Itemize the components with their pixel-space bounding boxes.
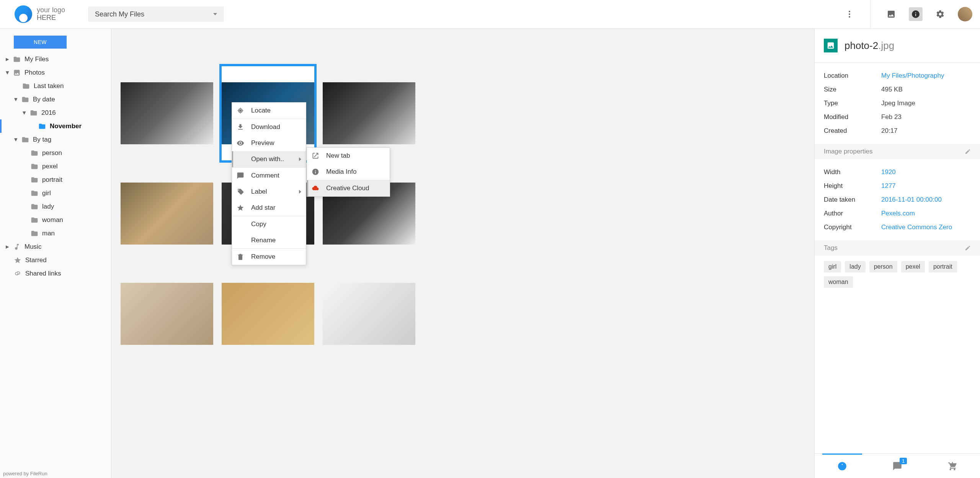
sidebar-item-tag-girl[interactable]: girl (0, 186, 111, 200)
folder-icon (31, 149, 38, 157)
tag-icon (237, 188, 244, 196)
submenu-creative-cloud[interactable]: Creative Cloud (307, 180, 390, 196)
section-tags[interactable]: Tags (815, 240, 980, 256)
tag-chip[interactable]: person (869, 261, 897, 272)
folder-icon (31, 203, 38, 210)
external-link-icon (312, 152, 319, 160)
sidebar-item-my-files[interactable]: ▸My Files (0, 52, 111, 66)
logo[interactable]: your logo HERE (15, 5, 65, 23)
menu-rename[interactable]: Rename (232, 232, 306, 248)
details-header: photo-2.jpg (815, 29, 980, 62)
details-basic: LocationMy Files/Photography Size495 KB … (815, 63, 980, 144)
menu-remove[interactable]: Remove (232, 249, 306, 265)
sidebar-item-tag-woman[interactable]: woman (0, 213, 111, 227)
folder-icon (31, 216, 38, 224)
avatar[interactable] (958, 7, 972, 21)
context-menu: Locate Download Preview Open with.. Comm… (232, 102, 306, 265)
submenu-new-tab[interactable]: New tab (307, 148, 390, 164)
menu-open-with[interactable]: Open with.. (232, 151, 306, 167)
folder-icon (22, 82, 30, 90)
file-grid: Locate Download Preview Open with.. Comm… (111, 29, 815, 478)
edit-icon[interactable] (965, 148, 971, 155)
sidebar-item-photos[interactable]: ▾Photos (0, 66, 111, 79)
folder-icon (21, 136, 29, 144)
music-icon (13, 243, 21, 251)
location-link[interactable]: My Files/Photography (881, 72, 944, 80)
chevron-down-icon[interactable] (213, 13, 217, 15)
sidebar-item-by-date[interactable]: ▾By date (0, 93, 111, 106)
new-button[interactable]: NEW (14, 36, 67, 49)
folder-icon (21, 96, 29, 103)
tags-list: girl lady person pexel portrait woman (815, 256, 980, 293)
details-panel: photo-2.jpg LocationMy Files/Photography… (815, 29, 980, 478)
sidebar: NEW ▸My Files ▾Photos Last taken ▾By dat… (0, 29, 111, 478)
tab-info[interactable] (815, 454, 870, 478)
menu-add-star[interactable]: Add star (232, 200, 306, 216)
image-icon (826, 41, 835, 50)
search-placeholder: Search My Files (95, 10, 144, 18)
image-icon (13, 69, 21, 77)
tag-chip[interactable]: girl (824, 261, 841, 272)
thumbnail[interactable] (121, 183, 213, 245)
thumbnail[interactable] (323, 82, 415, 144)
edit-icon[interactable] (965, 245, 971, 251)
thumbnail[interactable] (121, 82, 213, 144)
folder-icon (31, 163, 38, 170)
sidebar-item-tag-man[interactable]: man (0, 227, 111, 240)
tag-chip[interactable]: pexel (901, 261, 925, 272)
eye-icon (237, 139, 244, 147)
tag-chip[interactable]: lady (845, 261, 865, 272)
thumbnail[interactable] (323, 283, 415, 345)
sidebar-item-starred[interactable]: Starred (0, 253, 111, 267)
thumbnail[interactable] (222, 283, 314, 345)
submenu-media-info[interactable]: Media Info (307, 164, 390, 180)
sidebar-item-tag-pexel[interactable]: pexel (0, 160, 111, 173)
section-image-properties[interactable]: Image properties (815, 144, 980, 159)
folder-icon (30, 109, 38, 117)
star-icon (237, 204, 244, 212)
logo-text: your logo HERE (37, 7, 65, 22)
gear-icon (936, 10, 945, 19)
search-input[interactable]: Search My Files (88, 7, 224, 22)
locate-icon (237, 107, 244, 114)
details-image-props: Width1920 Height1277 Date taken2016-11-0… (815, 159, 980, 240)
chevron-right-icon (299, 155, 301, 163)
sidebar-item-tag-lady[interactable]: lady (0, 200, 111, 213)
menu-download[interactable]: Download (232, 119, 306, 135)
image-icon (887, 10, 896, 19)
menu-copy[interactable]: Copy (232, 216, 306, 232)
context-submenu-open-with: New tab Media Info Creative Cloud (307, 147, 390, 197)
folder-icon (31, 176, 38, 184)
menu-label[interactable]: Label (232, 184, 306, 200)
cart-download-icon (947, 461, 957, 471)
comment-badge: 1 (900, 458, 907, 464)
sidebar-item-shared-links[interactable]: Shared links (0, 267, 111, 280)
tag-chip[interactable]: woman (824, 276, 853, 288)
sidebar-item-music[interactable]: ▸Music (0, 240, 111, 253)
file-type-icon (824, 39, 838, 52)
tab-cart[interactable] (925, 454, 980, 478)
sidebar-item-tag-portrait[interactable]: portrait (0, 173, 111, 186)
sidebar-item-by-tag[interactable]: ▾By tag (0, 133, 111, 146)
info-panel-button[interactable] (909, 7, 923, 21)
more-vert-icon (849, 11, 850, 18)
sidebar-item-november[interactable]: November (0, 119, 111, 133)
menu-comment[interactable]: Comment (232, 168, 306, 184)
link-icon (14, 270, 21, 277)
app-header: your logo HERE Search My Files (0, 0, 980, 29)
more-button[interactable] (843, 7, 856, 21)
menu-locate[interactable]: Locate (232, 103, 306, 119)
folder-icon (31, 189, 38, 197)
file-name: photo-2.jpg (844, 40, 894, 52)
settings-button[interactable] (933, 7, 947, 21)
sidebar-item-tag-person[interactable]: person (0, 146, 111, 160)
thumbnail[interactable] (121, 283, 213, 345)
image-view-button[interactable] (884, 7, 898, 21)
sidebar-item-2016[interactable]: ▾2016 (0, 106, 111, 119)
tab-comments[interactable]: 1 (870, 454, 925, 478)
menu-preview[interactable]: Preview (232, 135, 306, 151)
info-circle-icon (312, 168, 319, 176)
tag-chip[interactable]: portrait (929, 261, 957, 272)
sidebar-item-last-taken[interactable]: Last taken (0, 79, 111, 93)
trash-icon (237, 253, 244, 261)
